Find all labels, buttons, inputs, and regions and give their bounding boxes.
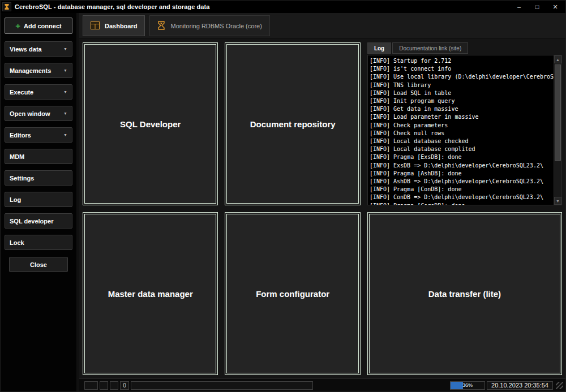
sidebar-item-settings[interactable]: Settings [5, 170, 72, 186]
log-line: [INFO] Pragma [AshDB]: done [370, 170, 554, 178]
scroll-down-icon[interactable]: ▼ [554, 197, 561, 205]
sidebar-item-views-data[interactable]: Views data ▼ [5, 41, 72, 57]
log-line: [INFO] is't connect info [370, 65, 554, 73]
sidebar-item-label: Execute [10, 89, 33, 96]
chevron-down-icon: ▼ [63, 68, 67, 72]
chevron-down-icon: ▼ [63, 47, 67, 51]
sidebar-item-label: SQL developer [10, 218, 53, 225]
status-counter: 0 [120, 381, 129, 390]
log-line: [INFO] Use local library (D:\delphi\deve… [370, 73, 554, 81]
log-line: [INFO] ExsDB => D:\delphi\developer\Cere… [370, 162, 554, 170]
hourglass-icon [157, 21, 165, 31]
tab-bar: Dashboard Monitoring RDBMS Oracle (core) [79, 13, 565, 39]
sidebar-item-open-window[interactable]: Open window ▼ [5, 106, 72, 121]
scroll-track[interactable] [554, 63, 561, 197]
chevron-down-icon: ▼ [63, 111, 67, 115]
tile-document-repository[interactable]: Document repository [225, 42, 360, 205]
titlebar[interactable]: CerebroSQL - database manager, sql devel… [1, 1, 565, 13]
log-line: [INFO] Local database complited [370, 145, 554, 153]
sidebar-item-label: Managements [10, 67, 51, 74]
tab-label: Dashboard [105, 23, 137, 29]
log-line: [INFO] Load SQL in table [370, 89, 554, 97]
sidebar-item-mdm[interactable]: MDM [5, 149, 72, 164]
scroll-thumb[interactable] [555, 64, 561, 161]
tab-dashboard[interactable]: Dashboard [83, 15, 145, 36]
sidebar: + Add connect Views data ▼ Managements ▼… [1, 13, 79, 391]
log-scrollbar[interactable]: ▲ ▼ [554, 55, 561, 205]
log-panel: Log Documentation link (site) [INFO] Sta… [367, 42, 562, 205]
log-line: [INFO] Pragma [ExsDB]: done [370, 153, 554, 161]
log-line: [INFO] Startup for 2.712 [370, 57, 554, 65]
minimize-button[interactable]: – [511, 1, 528, 12]
tab-label: Monitoring RDBMS Oracle (core) [170, 23, 261, 29]
dashboard-grid-icon [91, 21, 100, 31]
tile-data-transfer-lite[interactable]: Data transfer (lite) [367, 212, 562, 375]
tile-label: SQL Developer [120, 119, 181, 129]
sidebar-item-execute[interactable]: Execute ▼ [5, 84, 72, 100]
tile-sql-developer[interactable]: SQL Developer [83, 42, 218, 205]
tab-monitoring-rdbms-oracle[interactable]: Monitoring RDBMS Oracle (core) [149, 15, 269, 36]
log-lines: [INFO] Startup for 2.712 [INFO] is't con… [368, 55, 554, 205]
log-line: [INFO] Init program query [370, 97, 554, 105]
chevron-down-icon: ▼ [63, 133, 67, 137]
log-line: [INFO] Check parameters [370, 122, 554, 130]
dashboard-content: SQL Developer Document repository Log Do… [79, 39, 565, 378]
status-bar: 0 36% 20.10.2023 20:35:54 [79, 378, 565, 391]
add-connect-label: Add connect [24, 23, 62, 29]
resize-grip[interactable] [556, 382, 563, 389]
window-title: CerebroSQL - database manager, sql devel… [15, 3, 210, 10]
close-button-label: Close [30, 261, 47, 268]
status-cell-2 [100, 381, 108, 390]
sidebar-item-label: Log [10, 196, 21, 203]
window-controls: – □ ✕ [511, 1, 564, 12]
sidebar-item-lock[interactable]: Lock [5, 235, 72, 250]
progress-bar: 36% [450, 381, 485, 390]
log-line: [INFO] Load parameter in massive [370, 113, 554, 121]
log-line: [INFO] TNS library [370, 81, 554, 89]
log-line: [INFO] Check null rows [370, 130, 554, 137]
sidebar-item-label: Settings [10, 175, 34, 182]
status-datetime: 20.10.2023 20:35:54 [487, 381, 553, 390]
progress-label: 36% [451, 382, 484, 389]
app-window: CerebroSQL - database manager, sql devel… [0, 0, 566, 392]
log-line: [INFO] Pragma [ConDB]: done [370, 186, 554, 193]
log-body: [INFO] Startup for 2.712 [INFO] is't con… [367, 55, 562, 205]
maximize-button[interactable]: □ [529, 1, 546, 12]
chevron-down-icon: ▼ [63, 90, 67, 94]
main-area: Dashboard Monitoring RDBMS Oracle (core)… [79, 13, 565, 391]
tile-master-data-manager[interactable]: Master data manager [83, 212, 218, 375]
log-line: [INFO] Pragma [CoreDB]: done [370, 202, 554, 205]
log-line: [INFO] Get data in massive [370, 105, 554, 113]
app-hourglass-icon [2, 2, 11, 11]
sidebar-item-editors[interactable]: Editors ▼ [5, 127, 72, 143]
add-connect-button[interactable]: + Add connect [5, 18, 72, 34]
tile-label: Form configurator [256, 289, 329, 299]
sidebar-item-sql-developer[interactable]: SQL developer [5, 213, 72, 229]
status-message-cell [131, 381, 313, 390]
tile-label: Data transfer (lite) [428, 289, 501, 299]
close-button[interactable]: Close [9, 257, 68, 272]
log-line: [INFO] Local database checked [370, 137, 554, 145]
status-cell-1 [84, 381, 98, 390]
log-line: [INFO] AshDB => D:\delphi\developer\Cere… [370, 178, 554, 186]
log-line: [INFO] ConDB => D:\delphi\developer\Cere… [370, 193, 554, 201]
tile-form-configurator[interactable]: Form configurator [225, 212, 360, 375]
log-tab-documentation-link[interactable]: Documentation link (site) [392, 42, 468, 54]
log-tabs: Log Documentation link (site) [367, 42, 562, 54]
log-tab-log[interactable]: Log [367, 42, 391, 54]
sidebar-item-label: Views data [10, 46, 42, 53]
sidebar-item-managements[interactable]: Managements ▼ [5, 63, 72, 78]
sidebar-item-label: Editors [10, 132, 31, 139]
sidebar-item-label: Open window [10, 110, 50, 117]
scroll-up-icon[interactable]: ▲ [554, 55, 561, 63]
plus-icon: + [15, 21, 20, 30]
sidebar-item-label: MDM [10, 153, 24, 160]
window-body: + Add connect Views data ▼ Managements ▼… [1, 13, 565, 391]
close-window-button[interactable]: ✕ [547, 1, 564, 12]
sidebar-item-label: Lock [10, 239, 24, 246]
sidebar-item-log[interactable]: Log [5, 192, 72, 207]
status-cell-3 [110, 381, 118, 390]
tile-label: Document repository [250, 119, 336, 129]
tile-label: Master data manager [108, 289, 193, 299]
